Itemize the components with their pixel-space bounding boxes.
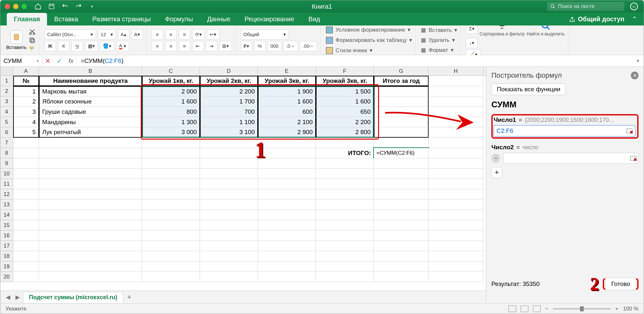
- formula-input[interactable]: =СУММ(C2:F6): [77, 57, 123, 64]
- cell[interactable]: [39, 272, 142, 282]
- cell[interactable]: [142, 189, 200, 200]
- row-header[interactable]: 15: [0, 220, 13, 231]
- cell[interactable]: [39, 231, 142, 241]
- format-as-table-button[interactable]: Форматировать как таблицу ▾: [326, 36, 412, 45]
- customize-qat-icon[interactable]: ▾: [89, 3, 96, 10]
- feedback-icon[interactable]: ☺: [630, 3, 638, 10]
- cell[interactable]: [258, 210, 316, 220]
- cell[interactable]: 2 800: [316, 127, 374, 138]
- cell[interactable]: [142, 210, 200, 220]
- cell[interactable]: [374, 179, 429, 189]
- number-format-selector[interactable]: Общий▾: [241, 29, 289, 40]
- cell[interactable]: 2 000: [142, 86, 200, 96]
- cell[interactable]: [316, 231, 374, 241]
- col-header-f[interactable]: F: [316, 67, 374, 75]
- row-header[interactable]: 1: [0, 76, 13, 86]
- cell[interactable]: [13, 261, 39, 272]
- cell[interactable]: Урожай 1кв, кг.: [142, 76, 200, 86]
- cell[interactable]: [374, 231, 429, 241]
- cell[interactable]: Яблоки сезонные: [39, 96, 142, 107]
- borders-button[interactable]: ▦▾: [85, 41, 98, 51]
- cell[interactable]: [316, 261, 374, 272]
- cell[interactable]: [142, 220, 200, 231]
- align-center-button[interactable]: ≡: [165, 41, 177, 51]
- cell[interactable]: [374, 210, 429, 220]
- search-input[interactable]: Поиск на листе: [547, 2, 624, 11]
- col-header-c[interactable]: C: [142, 67, 200, 75]
- cell[interactable]: [142, 231, 200, 241]
- cell[interactable]: [374, 200, 429, 210]
- cell[interactable]: [316, 220, 374, 231]
- wrap-text-button[interactable]: ↩▾: [207, 29, 219, 40]
- row-header[interactable]: 11: [0, 179, 13, 189]
- cell[interactable]: [39, 189, 142, 200]
- cell[interactable]: [429, 76, 483, 86]
- tab-view[interactable]: Вид: [301, 13, 327, 25]
- arg2-input[interactable]: [503, 153, 639, 164]
- cell[interactable]: [429, 200, 483, 210]
- cell[interactable]: [13, 220, 39, 231]
- cell[interactable]: [429, 96, 483, 107]
- row-header[interactable]: 9: [0, 158, 13, 169]
- save-icon[interactable]: [48, 3, 55, 10]
- cell[interactable]: [39, 210, 142, 220]
- cell[interactable]: [13, 138, 39, 148]
- comma-button[interactable]: 000: [268, 41, 281, 51]
- conditional-formatting-button[interactable]: Условное форматирование ▾: [326, 25, 412, 34]
- cell[interactable]: [374, 169, 429, 179]
- cell[interactable]: №: [13, 76, 39, 86]
- row-header[interactable]: 13: [0, 200, 13, 210]
- cell[interactable]: 1: [13, 86, 39, 96]
- cell[interactable]: [200, 272, 258, 282]
- zoom-level[interactable]: 100 %: [623, 306, 639, 312]
- cell[interactable]: Урожай 3кв, кг.: [258, 76, 316, 86]
- cell[interactable]: [200, 251, 258, 261]
- font-selector[interactable]: Calibri (Осн...▾: [44, 29, 96, 40]
- accept-formula-button[interactable]: ✓: [54, 55, 65, 66]
- cell[interactable]: [429, 251, 483, 261]
- cancel-formula-button[interactable]: ✕: [42, 55, 54, 66]
- cell[interactable]: [200, 169, 258, 179]
- col-header-g[interactable]: G: [374, 67, 429, 75]
- cell[interactable]: [429, 158, 483, 169]
- row-header[interactable]: 3: [0, 96, 13, 107]
- copy-icon[interactable]: [29, 37, 36, 44]
- cell[interactable]: [316, 169, 374, 179]
- cell[interactable]: [258, 179, 316, 189]
- cell[interactable]: [429, 210, 483, 220]
- cell[interactable]: [374, 189, 429, 200]
- cell[interactable]: [39, 261, 142, 272]
- range-picker-icon[interactable]: [627, 129, 632, 133]
- cut-icon[interactable]: [29, 28, 36, 35]
- cell[interactable]: [316, 251, 374, 261]
- decrease-decimal-button[interactable]: .00←: [300, 41, 317, 51]
- percent-button[interactable]: %: [254, 41, 266, 51]
- tab-layout[interactable]: Разметка страницы: [85, 13, 158, 25]
- cell[interactable]: 2 200: [316, 117, 374, 127]
- cell[interactable]: [429, 179, 483, 189]
- maximize-window-icon[interactable]: [22, 4, 27, 9]
- name-box[interactable]: СУММ▾: [0, 55, 42, 66]
- cell[interactable]: 4: [13, 117, 39, 127]
- font-size-selector[interactable]: 12▾: [98, 29, 116, 40]
- insert-cells-button[interactable]: ▦Вставить ▾: [421, 26, 457, 34]
- cell[interactable]: 2 200: [200, 86, 258, 96]
- cell[interactable]: 1 500: [316, 86, 374, 96]
- cell[interactable]: [429, 107, 483, 117]
- cell[interactable]: 700: [200, 107, 258, 117]
- cell[interactable]: [374, 158, 429, 169]
- cell[interactable]: [39, 241, 142, 251]
- cell[interactable]: [13, 179, 39, 189]
- cell[interactable]: [13, 158, 39, 169]
- cell[interactable]: 3 000: [142, 127, 200, 138]
- cell[interactable]: [142, 261, 200, 272]
- col-header-d[interactable]: D: [200, 67, 258, 75]
- cell[interactable]: [316, 210, 374, 220]
- italic-button[interactable]: К: [58, 41, 70, 51]
- cell[interactable]: [316, 179, 374, 189]
- increase-indent-button[interactable]: ⇥: [206, 41, 217, 51]
- cell[interactable]: [39, 148, 142, 158]
- undo-icon[interactable]: [62, 3, 69, 10]
- cell[interactable]: 800: [142, 107, 200, 117]
- cell[interactable]: 1 300: [142, 117, 200, 127]
